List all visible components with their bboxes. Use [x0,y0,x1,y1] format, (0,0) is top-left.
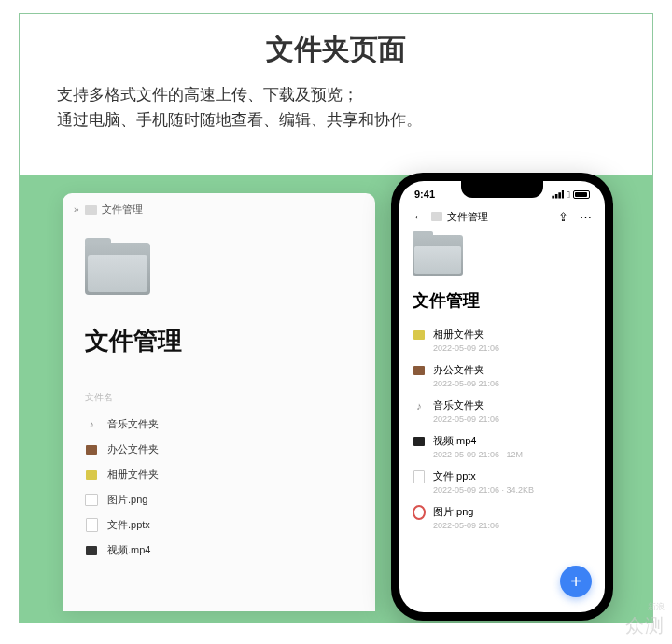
phone-notch [461,181,543,198]
chevron-right-icon: » [74,204,79,215]
file-row[interactable]: 图片.png 2022-05-09 21:06 [399,500,605,536]
folder-icon [85,443,98,456]
column-header-filename: 文件名 [85,391,375,404]
file-row[interactable]: 图片.png [63,487,375,512]
desktop-title: 文件管理 [85,325,375,357]
file-meta: 2022-05-09 21:06 [433,521,592,530]
more-icon[interactable]: ⋯ [580,210,592,224]
phone-nav: ← 文件管理 ⇪ ⋯ [399,200,605,228]
video-icon [85,544,98,557]
file-row[interactable]: 文件.pptx [63,512,375,538]
folder-hero-icon [85,243,150,295]
document-icon [85,519,98,532]
folder-hero-icon [413,235,463,276]
folder-icon [431,212,442,221]
music-icon: ♪ [85,418,98,431]
file-row[interactable]: ♪音乐文件夹 2022-05-09 21:06 [399,394,605,429]
image-icon [413,506,426,519]
phone-breadcrumb[interactable]: 文件管理 [447,210,488,224]
image-icon [85,494,98,507]
folder-icon [413,329,426,342]
showcase-panel: » 文件管理 文件管理 文件名 ♪音乐文件夹 办公文件夹 相册文件夹 图片.pn… [20,175,652,623]
breadcrumb-label: 文件管理 [102,203,143,217]
back-icon[interactable]: ← [413,209,426,224]
file-row[interactable]: 文件.pptx 2022-05-09 21:06 · 34.2KB [399,465,605,500]
folder-icon [85,205,97,215]
file-row[interactable]: 相册文件夹 [63,462,375,487]
signal-icon [552,190,564,199]
file-meta: 2022-05-09 21:06 [433,343,592,353]
file-meta: 2022-05-09 21:06 [433,379,592,388]
desktop-breadcrumb[interactable]: » 文件管理 [63,193,375,226]
file-meta: 2022-05-09 21:06 [433,414,592,424]
document-icon [413,470,426,483]
page-title: 文件夹页面 [57,31,615,69]
phone-title: 文件管理 [413,289,605,312]
promo-frame: 文件夹页面 支持多格式文件的高速上传、下载及预览； 通过电脑、手机随时随地查看、… [19,13,653,623]
folder-icon [413,364,426,377]
video-icon [413,435,426,448]
phone-preview: 9:41 􀙇 ← 文件管理 ⇪ ⋯ [391,173,613,621]
file-row[interactable]: 办公文件夹 2022-05-09 21:06 [399,358,605,394]
file-row[interactable]: 办公文件夹 [63,437,375,462]
file-row[interactable]: 相册文件夹 2022-05-09 21:06 [399,323,605,358]
file-row[interactable]: 视频.mp4 2022-05-09 21:06 · 12M [399,429,605,465]
battery-icon [573,190,590,199]
folder-icon [85,469,98,482]
description-line-2: 通过电脑、手机随时随地查看、编辑、共享和协作。 [57,107,615,133]
header-area: 文件夹页面 支持多格式文件的高速上传、下载及预览； 通过电脑、手机随时随地查看、… [20,14,652,142]
add-button[interactable]: + [560,566,592,597]
description-line-1: 支持多格式文件的高速上传、下载及预览； [57,82,615,107]
phone-screen: 9:41 􀙇 ← 文件管理 ⇪ ⋯ [399,181,605,612]
share-icon[interactable]: ⇪ [558,210,568,224]
file-row[interactable]: ♪音乐文件夹 [63,412,375,437]
wifi-icon: 􀙇 [567,189,570,200]
file-row[interactable]: 视频.mp4 [63,538,375,563]
desktop-preview: » 文件管理 文件管理 文件名 ♪音乐文件夹 办公文件夹 相册文件夹 图片.pn… [63,193,375,611]
file-meta: 2022-05-09 21:06 · 34.2KB [433,485,592,495]
watermark: 新浪 众测 [625,601,665,638]
status-time: 9:41 [414,189,435,200]
file-meta: 2022-05-09 21:06 · 12M [433,450,592,459]
music-icon: ♪ [413,399,426,413]
